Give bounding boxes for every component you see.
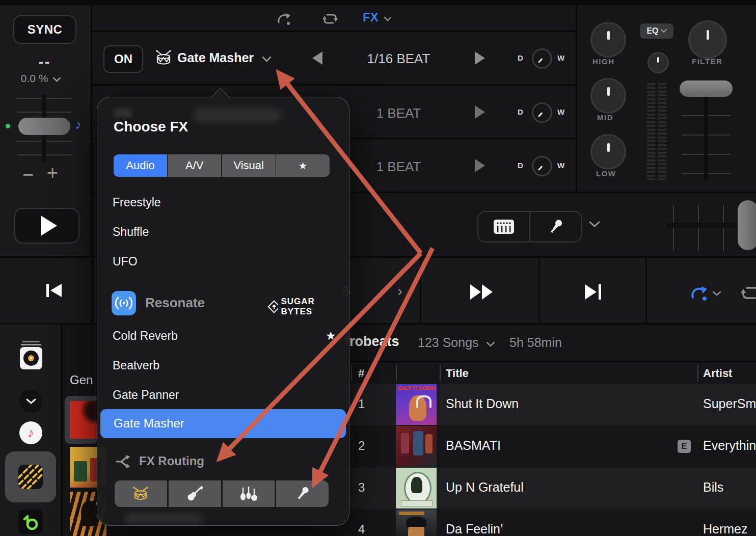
sugar-bytes-brand: SUGAR BYTES (267, 297, 335, 317)
fx2-beat-value: 1 BEAT (336, 105, 461, 121)
resonate-label: Resonate (145, 295, 205, 311)
sidebar-item-apple-music[interactable]: ♪ (19, 421, 42, 444)
library-sidebar: ♪ (0, 325, 61, 536)
fx1-effect-select[interactable]: Gate Masher (177, 50, 271, 65)
fx1-wet-label: W (557, 53, 564, 62)
fx3-dry-wet-knob[interactable] (532, 156, 552, 176)
table-row[interactable]: 3 Up N Grateful Bils (350, 467, 756, 509)
playlist-duration: 5h 58min (509, 335, 562, 350)
fx1-dry-wet-knob[interactable] (532, 48, 552, 69)
performance-tools-group (477, 211, 582, 243)
fx-header-loop-icon[interactable] (321, 10, 339, 30)
tab-av[interactable]: A/V (168, 154, 221, 177)
column-header-artist[interactable]: Artist (703, 367, 732, 380)
column-header-title[interactable]: Title (446, 367, 469, 380)
fx-routing-button[interactable]: FX Routing (116, 453, 268, 470)
play-icon (41, 216, 57, 236)
fx-option-gate-panner[interactable]: Gate Panner (113, 388, 179, 402)
eq-mode-select[interactable]: EQ (640, 23, 673, 39)
playlist-song-count[interactable]: 123 Songs (418, 335, 495, 350)
row-number: 3 (358, 480, 365, 495)
fx-option-freestyle[interactable]: Freestyle (113, 196, 161, 209)
crossfader-handle[interactable] (738, 200, 756, 250)
fx1-beat-prev-button[interactable] (312, 51, 322, 65)
keylock-note-icon[interactable]: ♪ (75, 117, 82, 132)
chevron-down-icon (26, 398, 36, 405)
mic-button[interactable] (530, 212, 581, 242)
target-drums-button[interactable] (115, 480, 167, 507)
tempo-value[interactable]: 0.0 % (0, 72, 82, 85)
popover-callout-arrow (210, 88, 230, 107)
fx-option-shuffle[interactable]: Shuffle (113, 225, 149, 239)
tab-visual[interactable]: Visual (222, 154, 276, 177)
sidebar-item-beatport[interactable] (18, 510, 43, 534)
keyboard-button[interactable] (478, 212, 530, 242)
tempo-slider-handle[interactable] (18, 118, 70, 135)
table-row[interactable]: 1 SHUT IT DOWN Shut It Down SuperSm (350, 384, 756, 425)
next-track-button[interactable] (583, 282, 604, 304)
section-chevron[interactable]: › (397, 282, 402, 300)
tempo-zero-dot (6, 124, 10, 128)
repeat-icon[interactable] (740, 282, 756, 306)
vinyl-record-icon (19, 341, 43, 369)
bpm-display: -- (0, 53, 89, 70)
sidebar-item-selected-source[interactable] (5, 451, 56, 502)
sync-button[interactable]: SYNC (13, 15, 76, 44)
tab-audio[interactable]: Audio (114, 154, 167, 177)
fx-header-redo-icon[interactable] (275, 10, 292, 29)
fast-forward-button[interactable] (469, 282, 495, 304)
filter-knob[interactable] (688, 20, 727, 59)
chevron-down-icon (53, 77, 61, 82)
fx-option-gate-masher-selected[interactable]: Gate Masher (100, 409, 346, 438)
fx-panel-toggle[interactable]: FX (363, 10, 391, 24)
volume-fader-handle[interactable] (680, 81, 733, 97)
song-artist: Hermez (703, 522, 748, 536)
fx1-on-button[interactable]: ON (103, 45, 143, 73)
djay-app-window: SYNC -- 0.0 % ♪ − + FX ON (0, 0, 756, 536)
guitar-icon (186, 485, 203, 502)
favorite-star-icon[interactable]: ★ (326, 329, 336, 343)
level-meter-right (658, 83, 666, 180)
fx2-beat-next-button[interactable] (475, 105, 485, 119)
tempo-minus-button[interactable]: − (22, 164, 34, 186)
fx2-dry-wet-knob[interactable] (532, 102, 552, 123)
column-header-number[interactable]: # (358, 367, 364, 380)
target-instruments-button[interactable] (223, 480, 275, 507)
fx-routing-icon (116, 454, 131, 469)
target-vocals-button[interactable] (276, 480, 329, 507)
album-art (396, 468, 437, 508)
eq-high-knob[interactable] (590, 22, 626, 58)
eq-high-label: HIGH (592, 57, 615, 66)
table-row[interactable]: 2 BASMATI E Everythin (350, 425, 756, 467)
auto-loop-button[interactable] (689, 283, 709, 305)
fx3-beat-next-button[interactable] (475, 159, 485, 172)
album-art-headphones (416, 395, 431, 408)
fx-option-resonate[interactable]: Resonate SUGAR BYTES (112, 291, 335, 315)
level-meter-left (647, 83, 655, 180)
previous-track-button[interactable] (45, 281, 64, 302)
fx-category-tabs: Audio A/V Visual ★ (114, 154, 330, 177)
gain-knob[interactable] (647, 52, 669, 73)
fx1-beat-next-button[interactable] (475, 51, 485, 65)
tempo-plus-button[interactable]: + (47, 162, 58, 184)
eq-mid-knob[interactable] (590, 78, 626, 114)
song-title: Da Feelin’ (446, 522, 503, 536)
table-row[interactable]: 4 Da Feelin’ Hermez (350, 509, 756, 536)
fx-option-cold-reverb[interactable]: Cold Reverb (113, 329, 178, 343)
target-guitar-button[interactable] (169, 480, 221, 507)
sidebar-item-music-library[interactable] (19, 341, 43, 371)
tools-expand-chevron[interactable] (589, 221, 600, 230)
tempo-label: 0.0 % (21, 72, 48, 84)
fx-option-ufo[interactable]: UFO (113, 255, 138, 269)
loop-options-chevron[interactable] (712, 289, 721, 299)
sidebar-collapse-button[interactable] (19, 390, 42, 413)
keyboard-icon (493, 219, 515, 234)
tab-favorites[interactable]: ★ (276, 154, 330, 177)
explicit-badge: E (678, 440, 691, 453)
volume-fader-track[interactable] (704, 87, 708, 181)
music-note-icon: ♪ (28, 425, 34, 441)
eq-low-knob[interactable] (590, 134, 626, 170)
play-button[interactable] (14, 208, 79, 244)
fx-option-beatverb[interactable]: Beatverb (113, 359, 159, 372)
crossfader-tick (698, 205, 699, 251)
